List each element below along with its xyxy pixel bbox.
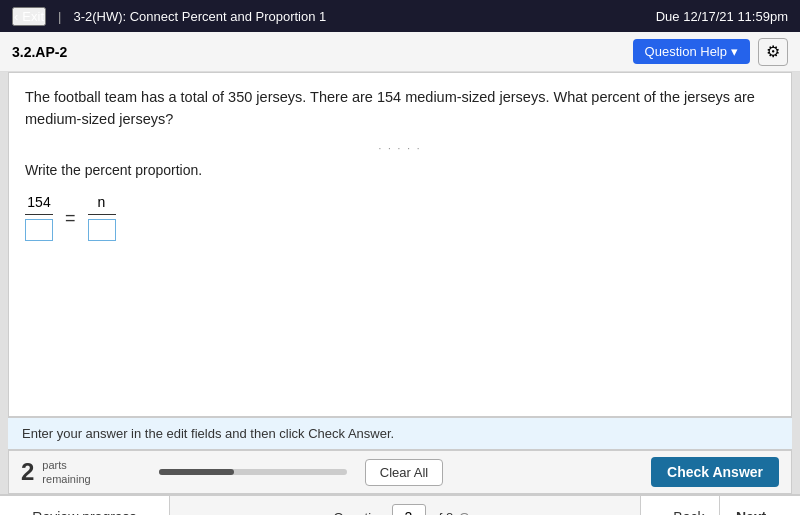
divider-dots: · · · · · xyxy=(378,143,421,154)
question-id: 3.2.AP-2 xyxy=(12,44,67,60)
settings-button[interactable]: ⚙ xyxy=(758,38,788,66)
back-button[interactable]: ← Back xyxy=(640,496,720,515)
parts-remaining: 2 parts remaining xyxy=(21,458,141,487)
question-bar-right: Question Help ▾ ⚙ xyxy=(633,38,788,66)
action-bar: 2 parts remaining Clear All Check Answer xyxy=(8,450,792,494)
exit-label: Exit xyxy=(22,9,44,24)
question-nav: Question of 8 Go xyxy=(170,496,640,515)
review-progress-button[interactable]: Review progress xyxy=(0,496,170,515)
due-date: Due 12/17/21 11:59pm xyxy=(656,9,788,24)
right-fraction: n xyxy=(88,194,116,241)
exit-button[interactable]: ‹ Exit xyxy=(12,7,46,26)
right-fraction-line xyxy=(88,214,116,215)
left-fraction-line xyxy=(25,214,53,215)
parts-label: parts remaining xyxy=(42,458,90,487)
parts-number: 2 xyxy=(21,458,34,486)
assignment-title: 3-2(HW): Connect Percent and Proportion … xyxy=(73,9,326,24)
progress-bar-fill xyxy=(159,469,234,475)
question-help-button[interactable]: Question Help ▾ xyxy=(633,39,750,64)
left-numerator: 154 xyxy=(27,194,50,212)
progress-bar xyxy=(159,469,347,475)
instruction-bar: Enter your answer in the edit fields and… xyxy=(8,417,792,450)
bottom-nav: Review progress Question of 8 Go ← Back … xyxy=(0,494,800,515)
question-number-input[interactable] xyxy=(392,504,426,515)
help-chevron-icon: ▾ xyxy=(731,44,738,59)
right-denominator-input[interactable] xyxy=(88,219,116,241)
fraction-area: 154 = n xyxy=(9,188,791,257)
instruction-text: Enter your answer in the edit fields and… xyxy=(22,426,394,441)
question-text: The football team has a total of 350 jer… xyxy=(25,87,775,131)
right-numerator: n xyxy=(98,194,106,212)
question-help-label: Question Help xyxy=(645,44,727,59)
next-button[interactable]: Next → xyxy=(720,496,800,515)
of-total-label: of 8 xyxy=(432,510,454,516)
question-text-area: The football team has a total of 350 jer… xyxy=(9,73,791,139)
question-bar: 3.2.AP-2 Question Help ▾ ⚙ xyxy=(0,32,800,72)
question-nav-label: Question xyxy=(333,510,385,516)
gear-icon: ⚙ xyxy=(766,42,780,61)
check-answer-button[interactable]: Check Answer xyxy=(651,457,779,487)
main-content: The football team has a total of 350 jer… xyxy=(8,72,792,417)
clear-all-button[interactable]: Clear All xyxy=(365,459,443,486)
equals-sign: = xyxy=(65,208,76,241)
left-fraction: 154 xyxy=(25,194,53,241)
exit-arrow-icon: ‹ xyxy=(14,9,18,24)
proportion-instruction: Write the percent proportion. xyxy=(9,158,791,188)
left-denominator-input[interactable] xyxy=(25,219,53,241)
top-bar-left: ‹ Exit | 3-2(HW): Connect Percent and Pr… xyxy=(12,7,326,26)
divider-row: · · · · · xyxy=(9,139,791,158)
go-button[interactable]: Go xyxy=(459,510,476,516)
top-bar: ‹ Exit | 3-2(HW): Connect Percent and Pr… xyxy=(0,0,800,32)
